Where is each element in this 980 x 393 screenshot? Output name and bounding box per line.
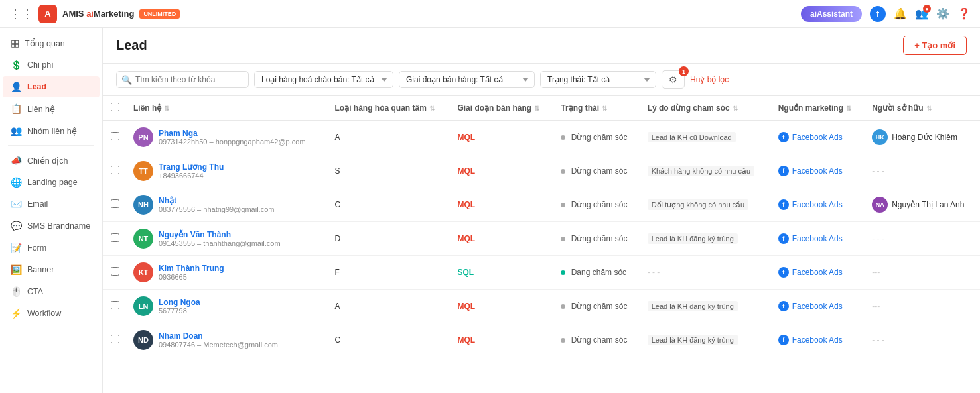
status-cell: Đang chăm sóc (554, 256, 640, 290)
row-checkbox[interactable] (111, 199, 119, 208)
grid-icon: ▦ (11, 38, 19, 48)
reason-cell: Lead là KH đăng ký trùng (641, 222, 772, 256)
facebook-icon[interactable]: f (870, 6, 886, 22)
contact-name[interactable]: Long Ngoa (159, 298, 200, 307)
col-owner-label: Người sở hữu (872, 103, 923, 113)
status-text: Đang chăm sóc (571, 268, 626, 277)
fb-icon: f (778, 301, 789, 311)
fb-icon: f (778, 132, 789, 142)
clear-filter-link[interactable]: Huỷ bộ lọc (690, 75, 729, 84)
col-owner[interactable]: Người sở hữu ⇅ (865, 96, 980, 121)
col-contact[interactable]: Liên hệ ⇅ (127, 96, 328, 121)
fb-icon: f (778, 335, 789, 345)
col-sales-stage[interactable]: Giai đoạn bán hàng ⇅ (451, 96, 554, 121)
workflow-icon: ⚡ (11, 308, 22, 319)
settings-icon[interactable]: ⚙️ (936, 7, 949, 20)
sidebar-item-workflow[interactable]: ⚡ Workflow (3, 303, 100, 324)
row-checkbox-col (103, 188, 127, 222)
help-icon[interactable]: ❓ (957, 7, 971, 20)
sidebar-item-chi-phi[interactable]: 💲 Chi phí (3, 54, 100, 76)
create-button[interactable]: + Tạo mới (903, 36, 967, 55)
col-source[interactable]: Nguồn marketing ⇅ (772, 96, 865, 121)
sidebar-item-banner[interactable]: 🖼️ Banner (3, 259, 100, 280)
status-cell: Dừng chăm sóc (554, 121, 640, 154)
table-row: ND Nham Doan 094807746 – Memetech@gmail.… (103, 323, 980, 357)
sidebar-item-form[interactable]: 📝 Form (3, 237, 100, 258)
sidebar-label-landing-page: Landing page (27, 178, 78, 187)
sidebar-item-lien-he[interactable]: 📋 Liên hệ (3, 98, 100, 119)
col-reason[interactable]: Lý do dừng chăm sóc ⇅ (641, 96, 772, 121)
col-status[interactable]: Trạng thái ⇅ (554, 96, 640, 121)
sidebar-item-landing-page[interactable]: 🌐 Landing page (3, 172, 100, 193)
avatar: NH (133, 195, 153, 215)
select-all-checkbox[interactable] (111, 103, 119, 111)
product-type-cell: C (328, 323, 451, 357)
sidebar-item-chien-dich[interactable]: 📣 Chiến dịch (3, 150, 100, 171)
col-product-type[interactable]: Loại hàng hóa quan tâm ⇅ (328, 96, 451, 121)
col-contact-label: Liên hệ (133, 103, 161, 113)
table-row: KT Kim Thành Trung 0936665 F SQL Đang ch… (103, 256, 980, 290)
contact-name[interactable]: Nguyễn Văn Thành (159, 230, 281, 239)
contact-name[interactable]: Pham Nga (159, 129, 306, 138)
reason-badge: Lead là KH cũ Download (648, 132, 736, 142)
source-name: Facebook Ads (792, 302, 843, 311)
sidebar-item-sms[interactable]: 💬 SMS Brandname (3, 215, 100, 237)
row-checkbox[interactable] (111, 335, 119, 343)
contact-sub: 091453555 – thanhthang@gmail.com (159, 239, 281, 247)
status-dot (561, 203, 565, 207)
select-all-col (103, 96, 127, 121)
contact-name[interactable]: Nham Doan (159, 331, 278, 341)
contact-name[interactable]: Kim Thành Trung (159, 264, 224, 273)
row-checkbox[interactable] (111, 166, 119, 174)
grid-menu-icon[interactable]: ⋮⋮ (9, 7, 33, 21)
dollar-icon: 💲 (11, 60, 22, 70)
landing-icon: 🌐 (11, 177, 22, 188)
stage-cell: MQL (451, 290, 554, 323)
sidebar-item-tong-quan[interactable]: ▦ Tổng quan (3, 32, 100, 54)
stage-cell: MQL (451, 188, 554, 222)
col-status-label: Trạng thái (561, 103, 599, 113)
cta-icon: 🖱️ (11, 286, 22, 297)
search-input[interactable] (116, 71, 249, 88)
product-type-filter[interactable]: Loại hàng hoá chào bán: Tất cả (254, 71, 393, 88)
sidebar-label-nhom-lien-he: Nhóm liên hệ (27, 126, 77, 136)
users-badge: ● (923, 5, 931, 13)
status-cell: Dừng chăm sóc (554, 323, 640, 357)
sidebar-label-tong-quan: Tổng quan (25, 38, 65, 48)
notification-icon-wrap[interactable]: 🔔 (894, 7, 907, 20)
owner-cell: --- (865, 256, 980, 290)
users-icon-wrap[interactable]: 👥 ● (915, 7, 928, 20)
sidebar-item-cta[interactable]: 🖱️ CTA (3, 281, 100, 302)
source-cell: f Facebook Ads (772, 256, 865, 290)
fb-icon: f (778, 267, 789, 278)
sidebar-item-nhom-lien-he[interactable]: 👥 Nhóm liên hệ (3, 120, 100, 141)
brand-name: AMIS aiMarketing (62, 9, 134, 19)
sidebar-item-email[interactable]: ✉️ Email (3, 194, 100, 215)
sidebar-label-lien-he: Liên hệ (27, 104, 55, 114)
contact-name[interactable]: Nhật (159, 196, 274, 205)
row-checkbox[interactable] (111, 301, 119, 309)
row-checkbox[interactable] (111, 233, 119, 242)
reason-badge: Đối tượng không có nhu cầu (648, 199, 749, 210)
avatar: LN (133, 296, 153, 316)
sidebar-label-cta: CTA (27, 287, 43, 296)
contact-sub: 094807746 – Memetech@gmail.com (159, 341, 278, 349)
status-filter[interactable]: Trạng thái: Tất cả (540, 71, 656, 88)
ai-assistant-button[interactable]: aiAssistant (801, 6, 862, 22)
contact-cell: LN Long Ngoa 5677798 (127, 290, 328, 323)
page-header: Lead + Tạo mới (103, 28, 980, 64)
banner-icon: 🖼️ (11, 264, 22, 275)
contact-sub: 5677798 (159, 307, 200, 315)
sidebar-item-lead[interactable]: 👤 Lead (3, 76, 100, 97)
contact-name[interactable]: Trang Lương Thu (159, 162, 224, 172)
status-dot (561, 338, 565, 343)
row-checkbox[interactable] (111, 267, 119, 276)
source-cell: f Facebook Ads (772, 290, 865, 323)
sort-owner-icon: ⇅ (926, 105, 932, 112)
campaign-icon: 📣 (11, 155, 22, 166)
row-checkbox[interactable] (111, 132, 119, 140)
product-type-cell: F (328, 256, 451, 290)
sales-stage-filter[interactable]: Giai đoạn bán hàng: Tất cả (399, 71, 535, 88)
status-cell: Dừng chăm sóc (554, 188, 640, 222)
owner-cell: - - - (865, 323, 980, 357)
